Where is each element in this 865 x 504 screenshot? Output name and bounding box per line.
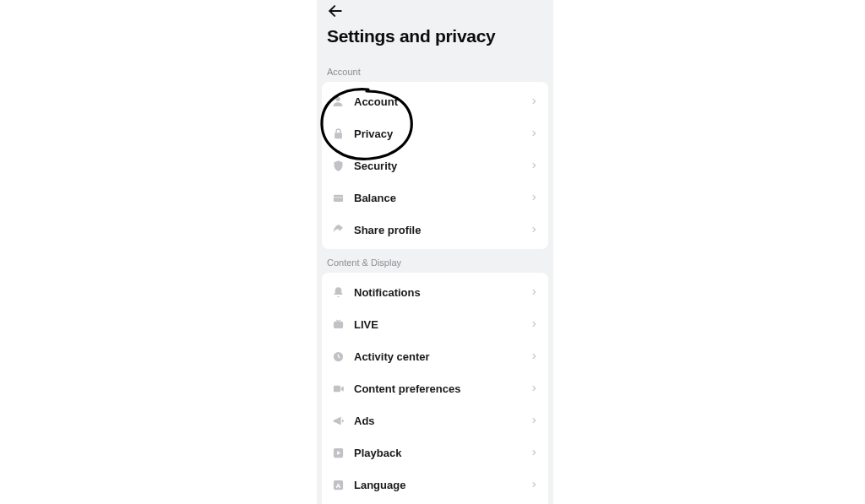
row-live[interactable]: LIVE: [322, 308, 548, 340]
row-ads[interactable]: Ads: [322, 404, 548, 436]
chevron-right-icon: [528, 318, 540, 330]
chevron-right-icon: [528, 350, 540, 362]
svg-rect-2: [335, 133, 342, 138]
megaphone-icon: [330, 413, 345, 428]
section-label-content-display: Content & Display: [317, 249, 553, 273]
row-label: LIVE: [345, 318, 528, 331]
row-label: Account: [345, 95, 528, 108]
row-label: Content preferences: [345, 382, 528, 395]
row-balance[interactable]: Balance: [322, 182, 548, 214]
chevron-right-icon: [528, 286, 540, 298]
svg-rect-4: [333, 197, 342, 198]
video-icon: [330, 381, 345, 396]
row-activity-center[interactable]: Activity center: [322, 340, 548, 372]
back-button[interactable]: [325, 1, 345, 21]
chevron-right-icon: [528, 192, 540, 203]
row-account[interactable]: Account: [322, 85, 548, 117]
row-language[interactable]: A Language: [322, 469, 548, 501]
row-notifications[interactable]: Notifications: [322, 276, 548, 308]
chevron-right-icon: [528, 447, 540, 458]
section-card-content-display: Notifications LIVE Activity center: [322, 273, 548, 504]
arrow-left-icon: [327, 3, 344, 19]
chevron-right-icon: [528, 160, 540, 171]
row-label: Language: [345, 479, 528, 491]
tv-icon: [330, 317, 345, 332]
svg-rect-5: [333, 321, 342, 328]
chevron-right-icon: [528, 479, 540, 490]
page-title: Settings and privacy: [317, 21, 553, 58]
settings-screen: Settings and privacy Account Account Pri…: [317, 0, 553, 504]
font-icon: A: [330, 477, 345, 492]
row-security[interactable]: Security: [322, 149, 548, 182]
row-label: Share profile: [345, 224, 528, 236]
chevron-right-icon: [528, 415, 540, 426]
row-label: Balance: [345, 192, 528, 204]
svg-rect-3: [333, 194, 342, 201]
svg-marker-8: [340, 386, 343, 391]
row-share-profile[interactable]: Share profile: [322, 214, 548, 246]
row-screen-time[interactable]: Screen time: [322, 501, 548, 504]
row-label: Activity center: [345, 350, 528, 363]
row-label: Security: [345, 160, 528, 172]
row-label: Playback: [345, 447, 528, 459]
row-content-preferences[interactable]: Content preferences: [322, 372, 548, 404]
bell-icon: [330, 285, 345, 300]
lock-icon: [330, 126, 345, 141]
play-icon: [330, 445, 345, 460]
svg-text:A: A: [335, 481, 340, 489]
share-icon: [330, 222, 345, 237]
person-icon: [330, 94, 345, 109]
svg-rect-7: [333, 385, 340, 392]
row-label: Ads: [345, 415, 528, 427]
chevron-right-icon: [528, 224, 540, 236]
chevron-right-icon: [528, 95, 540, 107]
wallet-icon: [330, 190, 345, 205]
row-label: Notifications: [345, 286, 528, 299]
shield-icon: [330, 158, 345, 173]
chevron-right-icon: [528, 127, 540, 139]
row-privacy[interactable]: Privacy: [322, 117, 548, 149]
row-label: Privacy: [345, 127, 528, 140]
svg-point-1: [335, 97, 340, 101]
section-card-account: Account Privacy Security: [322, 82, 548, 249]
chevron-right-icon: [528, 382, 540, 394]
clock-icon: [330, 349, 345, 364]
section-label-account: Account: [317, 58, 553, 82]
row-playback[interactable]: Playback: [322, 436, 548, 469]
